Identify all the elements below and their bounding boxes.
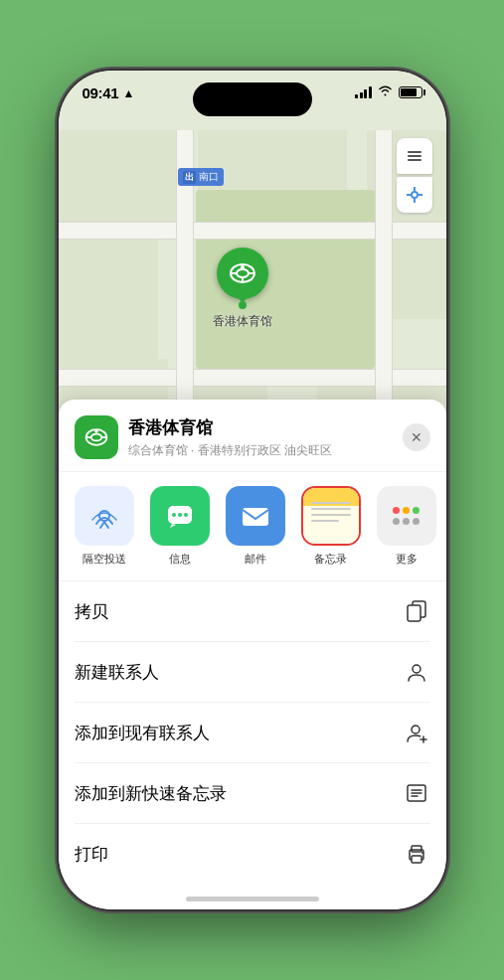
svg-rect-27: [408, 605, 420, 621]
quick-note-label: 添加到新快速备忘录: [75, 782, 227, 805]
add-contact-icon: [403, 719, 430, 746]
mail-icon: [226, 486, 285, 546]
svg-point-24: [184, 513, 188, 517]
location-icon: ▲: [122, 86, 134, 100]
action-row-print[interactable]: 打印: [75, 824, 430, 876]
more-label: 更多: [396, 552, 418, 567]
pin-dot: [239, 301, 247, 309]
phone-frame: 09:41 ▲: [59, 71, 446, 909]
action-row-new-contact[interactable]: 新建联系人: [75, 642, 430, 703]
airdrop-icon: [75, 486, 134, 546]
svg-rect-25: [243, 508, 268, 526]
action-row-quick-note[interactable]: 添加到新快速备忘录: [75, 763, 430, 824]
svg-point-9: [237, 269, 249, 277]
svg-rect-1: [408, 155, 421, 157]
svg-rect-2: [408, 159, 421, 161]
svg-point-14: [241, 265, 245, 269]
message-label: 信息: [169, 552, 191, 567]
map-layers-button[interactable]: [397, 138, 432, 174]
bottom-sheet: 香港体育馆 综合体育馆 · 香港特别行政区 油尖旺区 ✕: [59, 400, 446, 909]
message-icon: [150, 486, 210, 546]
venue-header: 香港体育馆 综合体育馆 · 香港特别行政区 油尖旺区 ✕: [59, 400, 446, 472]
print-label: 打印: [75, 843, 108, 866]
notes-icon: [301, 486, 361, 546]
share-item-notes[interactable]: 备忘录: [297, 486, 365, 567]
svg-rect-38: [412, 856, 421, 863]
copy-icon: [403, 597, 430, 625]
share-item-airdrop[interactable]: 隔空投送: [71, 486, 138, 567]
mail-label: 邮件: [245, 552, 266, 567]
svg-point-29: [412, 726, 420, 734]
svg-point-22: [172, 513, 176, 517]
battery-icon: [399, 86, 422, 98]
svg-rect-0: [408, 151, 421, 153]
new-contact-icon: [403, 658, 430, 686]
map-south-entrance-label: 出 南口: [178, 168, 224, 186]
phone-screen: 09:41 ▲: [59, 71, 446, 909]
svg-point-3: [412, 192, 418, 198]
venue-name: 香港体育馆: [128, 416, 403, 439]
print-icon: [403, 840, 430, 868]
svg-point-19: [94, 429, 97, 432]
map-controls: [397, 138, 432, 213]
action-row-copy[interactable]: 拷贝: [75, 581, 430, 642]
home-indicator: [186, 897, 319, 901]
pin-label: 香港体育馆: [213, 313, 272, 330]
location-button[interactable]: [397, 177, 432, 213]
venue-info: 香港体育馆 综合体育馆 · 香港特别行政区 油尖旺区: [128, 416, 403, 459]
svg-point-40: [421, 852, 423, 854]
status-icons: [355, 84, 422, 99]
quick-note-icon: [403, 779, 430, 807]
close-button[interactable]: ✕: [403, 423, 430, 451]
status-time: 09:41: [83, 84, 119, 101]
signal-bars-icon: [355, 86, 372, 98]
share-row: 隔空投送 信息: [59, 472, 446, 581]
notes-label: 备忘录: [314, 552, 347, 567]
share-item-message[interactable]: 信息: [146, 486, 214, 567]
add-contact-label: 添加到现有联系人: [75, 722, 210, 744]
pin-circle: [217, 247, 268, 299]
svg-point-16: [90, 434, 100, 441]
share-item-more[interactable]: 更多: [373, 486, 440, 567]
action-row-add-contact[interactable]: 添加到现有联系人: [75, 703, 430, 763]
action-rows: 拷贝 新建联系人: [59, 581, 446, 876]
dynamic-island: [193, 82, 312, 116]
share-item-mail[interactable]: 邮件: [222, 486, 289, 567]
venue-subtitle: 综合体育馆 · 香港特别行政区 油尖旺区: [128, 442, 403, 459]
wifi-icon: [378, 84, 393, 99]
copy-label: 拷贝: [75, 600, 108, 623]
stadium-pin[interactable]: 香港体育馆: [213, 247, 272, 330]
svg-point-23: [178, 513, 182, 517]
svg-point-28: [413, 665, 420, 673]
svg-rect-39: [412, 846, 421, 852]
more-icon: [377, 486, 436, 546]
venue-icon: [75, 415, 118, 459]
airdrop-label: 隔空投送: [83, 552, 126, 567]
new-contact-label: 新建联系人: [75, 661, 159, 684]
